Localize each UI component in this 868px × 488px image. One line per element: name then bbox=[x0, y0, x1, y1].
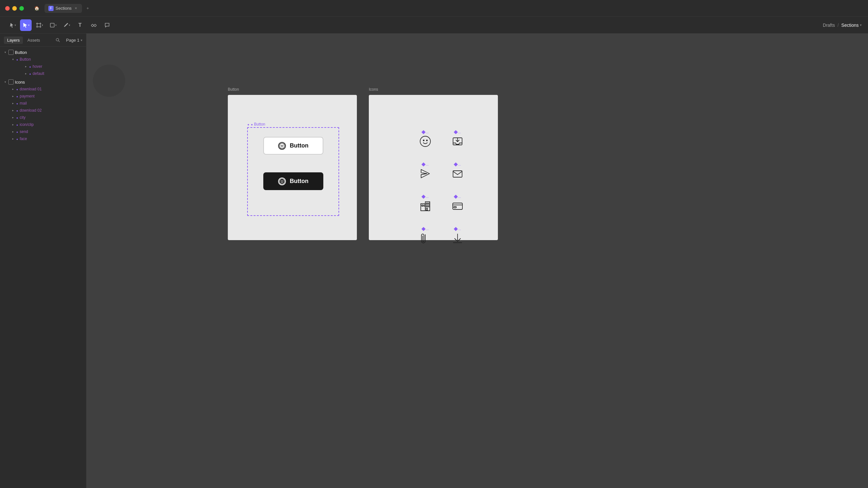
canvas-button-light[interactable]: Button bbox=[263, 137, 323, 155]
layer-hover[interactable]: ▸ ⬥ hover bbox=[21, 63, 86, 70]
icon-cell-city[interactable]: ... bbox=[412, 195, 438, 224]
tab-layers[interactable]: Layers bbox=[4, 36, 23, 44]
canvas-button-dark[interactable]: Button bbox=[263, 172, 323, 190]
diamond-inbox bbox=[454, 130, 458, 134]
maximize-button[interactable] bbox=[19, 6, 24, 11]
tab-home[interactable]: 🏠 bbox=[30, 4, 43, 12]
layer-button-frame[interactable]: ▾ ⬥ Button bbox=[8, 56, 86, 63]
chevron-icon: ▸ bbox=[10, 87, 16, 92]
sidebar: Layers Assets Page 1 ▾ ▾ bbox=[0, 34, 87, 488]
svg-point-14 bbox=[279, 143, 285, 149]
new-tab-button[interactable]: + bbox=[83, 4, 92, 13]
layer-download01[interactable]: ▸ ⬥ download 01 bbox=[8, 86, 86, 93]
icon-marker-card: ... bbox=[454, 195, 461, 199]
component-variant-icon: ⬥ bbox=[29, 72, 31, 75]
icon-cell-face[interactable]: ... bbox=[412, 130, 438, 159]
tool-shape[interactable]: ▾ bbox=[47, 19, 59, 31]
search-icon[interactable] bbox=[54, 36, 62, 44]
toolbar: ▾ ▾ ▾ ▾ bbox=[0, 17, 868, 34]
icon-marker-send: ... bbox=[422, 163, 429, 166]
button-dark-label: Button bbox=[290, 178, 308, 185]
layer-download02[interactable]: ▸ ⬥ download 02 bbox=[8, 107, 86, 114]
canvas[interactable]: Button Icons ⬥ ⬥ Button But bbox=[87, 34, 868, 488]
icon-cell-download[interactable]: ... bbox=[445, 227, 470, 256]
tool-select[interactable]: ▾ bbox=[20, 19, 32, 31]
component-variant-icon: ⬥ bbox=[29, 65, 31, 68]
icon-cell-inbox[interactable]: ... bbox=[445, 130, 470, 159]
layer-tree: ▾ Button ▾ ⬥ Button ▸ ⬥ bbox=[0, 47, 86, 488]
svg-rect-10 bbox=[91, 24, 94, 27]
icon-marker-face: ... bbox=[422, 130, 429, 134]
tool-component[interactable] bbox=[88, 19, 99, 31]
tool-comment[interactable] bbox=[101, 19, 113, 31]
layer-face[interactable]: ▸ ⬥ face bbox=[8, 135, 86, 142]
chevron-icon: ▸ bbox=[10, 136, 16, 141]
chevron-icon: ▸ bbox=[10, 94, 16, 99]
smiley-icon-dark bbox=[278, 178, 286, 185]
toolbar-tools: ▾ ▾ ▾ ▾ bbox=[6, 19, 113, 31]
component-name: ⬥ Button bbox=[251, 122, 265, 126]
icons-children: ▸ ⬥ download 01 ▸ ⬥ payment ▸ ⬥ mail bbox=[0, 86, 86, 142]
section-button: ▾ Button ▾ ⬥ Button ▸ ⬥ bbox=[0, 48, 86, 78]
section-frame-icon bbox=[8, 80, 13, 85]
diamond-city bbox=[422, 194, 426, 199]
chevron-icon: ▸ bbox=[23, 71, 28, 76]
chevron-icon: ▸ bbox=[10, 101, 16, 106]
icon-cell-mail[interactable]: ... bbox=[445, 163, 470, 192]
tab-sections[interactable]: F Sections ✕ bbox=[44, 4, 82, 13]
hover-group: ▸ ⬥ hover bbox=[8, 63, 86, 70]
component-icon: ⬥ bbox=[16, 123, 19, 126]
chevron-icon: ▾ bbox=[3, 80, 8, 85]
window-controls bbox=[5, 6, 24, 11]
svg-rect-0 bbox=[37, 24, 40, 27]
layer-send[interactable]: ▸ ⬥ send bbox=[8, 128, 86, 135]
chevron-icon: ▸ bbox=[10, 122, 16, 127]
diamond-card bbox=[454, 194, 458, 199]
tab-close-icon[interactable]: ✕ bbox=[73, 6, 78, 11]
tool-pen[interactable]: ▾ bbox=[61, 19, 72, 31]
component-icon: ⬥ bbox=[16, 101, 19, 105]
svg-point-12 bbox=[56, 38, 59, 41]
svg-rect-11 bbox=[94, 24, 96, 27]
smiley-icon-light bbox=[278, 142, 286, 150]
svg-rect-9 bbox=[50, 23, 54, 27]
main-area: Layers Assets Page 1 ▾ ▾ bbox=[0, 34, 868, 488]
button-section-card[interactable] bbox=[228, 95, 357, 240]
tool-move[interactable]: ▾ bbox=[6, 19, 18, 31]
svg-point-22 bbox=[427, 140, 428, 141]
icon-cell-clip[interactable]: ... bbox=[412, 227, 438, 256]
close-button[interactable] bbox=[5, 6, 10, 11]
svg-rect-34 bbox=[426, 208, 428, 210]
svg-point-16 bbox=[283, 145, 283, 146]
diamond-send bbox=[422, 162, 426, 166]
icon-cell-send[interactable]: ... bbox=[412, 163, 438, 192]
tool-frame[interactable]: ▾ bbox=[34, 19, 45, 31]
svg-rect-35 bbox=[453, 203, 462, 210]
section-frame-icon bbox=[8, 50, 13, 55]
minimize-button[interactable] bbox=[12, 6, 17, 11]
component-label: ⬥ ⬥ Button bbox=[247, 122, 265, 126]
button-frame-group: ▾ ⬥ Button ▸ ⬥ hover bbox=[0, 56, 86, 77]
button-section-label: Button bbox=[228, 87, 239, 92]
tab-assets[interactable]: Assets bbox=[24, 36, 43, 44]
figma-icon: F bbox=[49, 6, 54, 11]
breadcrumb-current: Sections ▾ bbox=[841, 23, 862, 28]
button-light-label: Button bbox=[290, 142, 308, 149]
layer-default[interactable]: ▸ ⬥ default bbox=[21, 70, 86, 77]
layer-city[interactable]: ▸ ⬥ city bbox=[8, 114, 86, 121]
default-group: ▸ ⬥ default bbox=[8, 70, 86, 77]
svg-rect-33 bbox=[429, 206, 430, 207]
page-selector[interactable]: Page 1 ▾ bbox=[66, 38, 82, 42]
layer-payment[interactable]: ▸ ⬥ payment bbox=[8, 93, 86, 100]
tool-text[interactable]: T bbox=[74, 19, 86, 31]
breadcrumb-drafts[interactable]: Drafts bbox=[823, 23, 835, 28]
icon-marker-inbox: ... bbox=[454, 130, 461, 134]
chevron-icon: ▾ bbox=[10, 57, 16, 62]
chevron-icon: ▾ bbox=[3, 50, 8, 55]
layer-iconclip[interactable]: ▸ ⬥ icon/clip bbox=[8, 121, 86, 128]
layer-icons-section[interactable]: ▾ Icons bbox=[0, 79, 86, 86]
layer-mail[interactable]: ▸ ⬥ mail bbox=[8, 100, 86, 107]
layer-button-section[interactable]: ▾ Button bbox=[0, 49, 86, 56]
icon-cell-card[interactable]: ... bbox=[445, 195, 470, 224]
chevron-icon: ▸ bbox=[23, 64, 28, 69]
